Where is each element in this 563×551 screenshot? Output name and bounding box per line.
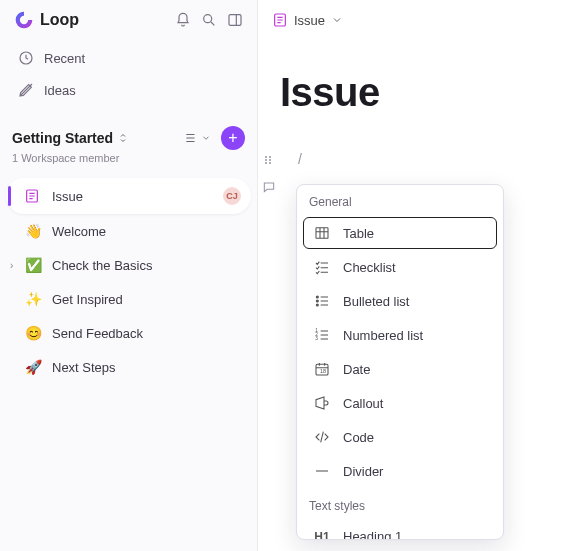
- menu-item-divider[interactable]: Divider: [303, 455, 497, 487]
- menu-item-table[interactable]: Table: [303, 217, 497, 249]
- page-label: Send Feedback: [52, 326, 241, 341]
- page-list: Issue CJ 👋 Welcome › ✅ Check the Basics …: [0, 172, 257, 390]
- menu-item-code[interactable]: Code: [303, 421, 497, 453]
- wave-icon: 👋: [24, 223, 42, 239]
- page-label: Next Steps: [52, 360, 241, 375]
- sidebar: Loop Recent Ideas Getting Started: [0, 0, 258, 551]
- sparkle-icon: ✨: [24, 291, 42, 307]
- breadcrumb-label: Issue: [294, 13, 325, 28]
- date-icon: 18: [313, 361, 331, 377]
- workspace-subtitle: 1 Workspace member: [0, 152, 257, 172]
- workspace-title[interactable]: Getting Started: [12, 130, 129, 146]
- feedback-icon: 😊: [24, 325, 42, 341]
- menu-item-label: Numbered list: [343, 328, 423, 343]
- divider-icon: [313, 463, 331, 479]
- chevron-down-icon: [201, 133, 211, 143]
- menu-item-label: Checklist: [343, 260, 396, 275]
- rocket-icon: 🚀: [24, 359, 42, 375]
- menu-group-general: General: [297, 185, 503, 215]
- nav-recent-label: Recent: [44, 51, 85, 66]
- page-item-get-inspired[interactable]: ✨ Get Inspired: [6, 282, 251, 316]
- menu-item-label: Code: [343, 430, 374, 445]
- svg-point-0: [204, 15, 212, 23]
- menu-item-label: Bulleted list: [343, 294, 409, 309]
- avatar: CJ: [223, 187, 241, 205]
- search-icon[interactable]: [201, 12, 217, 28]
- svg-point-12: [316, 296, 318, 298]
- slash-command-input[interactable]: /: [298, 151, 541, 167]
- svg-rect-11: [316, 228, 328, 239]
- menu-item-label: Table: [343, 226, 374, 241]
- nav-ideas[interactable]: Ideas: [8, 74, 249, 106]
- menu-item-label: Callout: [343, 396, 383, 411]
- slash-menu: General Table Checklist Bulleted list 12…: [296, 184, 504, 540]
- chevron-right-icon[interactable]: ›: [10, 260, 13, 271]
- panel-icon[interactable]: [227, 12, 243, 28]
- add-page-button[interactable]: +: [221, 126, 245, 150]
- page-item-issue[interactable]: Issue CJ: [6, 178, 251, 214]
- menu-item-numbered-list[interactable]: 123 Numbered list: [303, 319, 497, 351]
- svg-text:18: 18: [320, 368, 326, 374]
- list-icon: [183, 131, 199, 145]
- svg-point-14: [316, 304, 318, 306]
- page-item-welcome[interactable]: 👋 Welcome: [6, 214, 251, 248]
- chevron-down-icon: [331, 14, 343, 26]
- menu-item-callout[interactable]: Callout: [303, 387, 497, 419]
- menu-item-checklist[interactable]: Checklist: [303, 251, 497, 283]
- doc-icon: [24, 188, 42, 204]
- page-item-send-feedback[interactable]: 😊 Send Feedback: [6, 316, 251, 350]
- menu-item-bulleted-list[interactable]: Bulleted list: [303, 285, 497, 317]
- page-title[interactable]: Issue: [280, 70, 541, 115]
- page-label: Check the Basics: [52, 258, 241, 273]
- nav-ideas-label: Ideas: [44, 83, 76, 98]
- menu-item-date[interactable]: 18 Date: [303, 353, 497, 385]
- page-label: Get Inspired: [52, 292, 241, 307]
- menu-item-label: Date: [343, 362, 370, 377]
- nav-recent[interactable]: Recent: [8, 42, 249, 74]
- page-item-next-steps[interactable]: 🚀 Next Steps: [6, 350, 251, 384]
- heading1-icon: H1: [313, 530, 331, 541]
- view-options-button[interactable]: [183, 131, 211, 145]
- bullet-list-icon: [313, 293, 331, 309]
- brand: Loop: [14, 10, 79, 30]
- svg-point-13: [316, 300, 318, 302]
- brand-name: Loop: [40, 11, 79, 29]
- code-icon: [313, 429, 331, 445]
- menu-item-label: Divider: [343, 464, 383, 479]
- svg-rect-1: [229, 15, 241, 26]
- notifications-icon[interactable]: [175, 12, 191, 28]
- breadcrumb[interactable]: Issue: [258, 0, 563, 40]
- page-label: Welcome: [52, 224, 241, 239]
- svg-text:3: 3: [315, 336, 318, 341]
- menu-group-text-styles: Text styles: [297, 489, 503, 519]
- updown-icon: [117, 132, 129, 144]
- pen-icon: [18, 82, 34, 98]
- check-icon: ✅: [24, 257, 42, 273]
- loop-logo-icon: [14, 10, 34, 30]
- comment-icon[interactable]: [262, 180, 276, 194]
- menu-item-label: Heading 1: [343, 529, 402, 540]
- table-icon: [313, 225, 331, 241]
- numbered-list-icon: 123: [313, 327, 331, 343]
- checklist-icon: [313, 259, 331, 275]
- doc-icon: [272, 12, 288, 28]
- page-label: Issue: [52, 189, 213, 204]
- page-item-check-basics[interactable]: › ✅ Check the Basics: [6, 248, 251, 282]
- callout-icon: [313, 395, 331, 411]
- clock-icon: [18, 50, 34, 66]
- menu-item-heading-1[interactable]: H1 Heading 1: [303, 521, 497, 540]
